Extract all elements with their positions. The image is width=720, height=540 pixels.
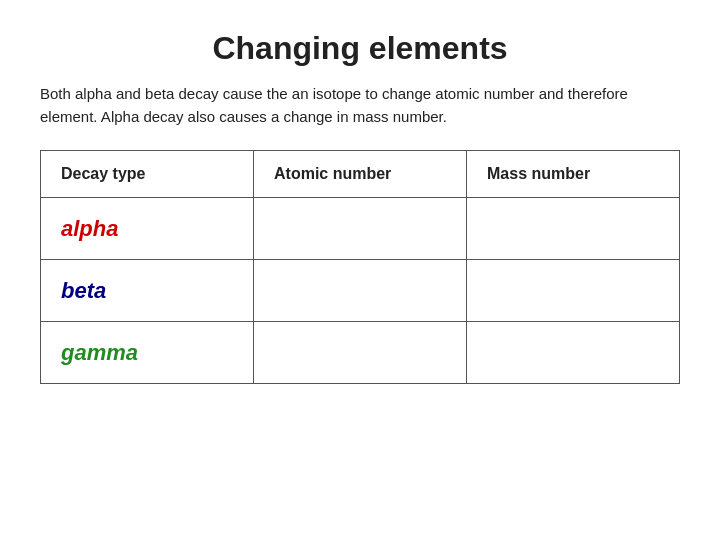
table-row-beta: beta (41, 260, 680, 322)
cell-decay-type-beta: beta (41, 260, 254, 322)
intro-paragraph: Both alpha and beta decay cause the an i… (40, 83, 680, 128)
decay-table: Decay type Atomic number Mass number alp… (40, 150, 680, 384)
cell-atomic-number-beta (254, 260, 467, 322)
table-row-alpha: alpha (41, 198, 680, 260)
col-header-mass-number: Mass number (467, 151, 680, 198)
page-title: Changing elements (40, 30, 680, 67)
col-header-atomic-number: Atomic number (254, 151, 467, 198)
cell-atomic-number-alpha (254, 198, 467, 260)
col-header-decay-type: Decay type (41, 151, 254, 198)
cell-decay-type-gamma: gamma (41, 322, 254, 384)
table-row-gamma: gamma (41, 322, 680, 384)
cell-mass-number-gamma (467, 322, 680, 384)
cell-atomic-number-gamma (254, 322, 467, 384)
cell-mass-number-beta (467, 260, 680, 322)
cell-mass-number-alpha (467, 198, 680, 260)
cell-decay-type-alpha: alpha (41, 198, 254, 260)
